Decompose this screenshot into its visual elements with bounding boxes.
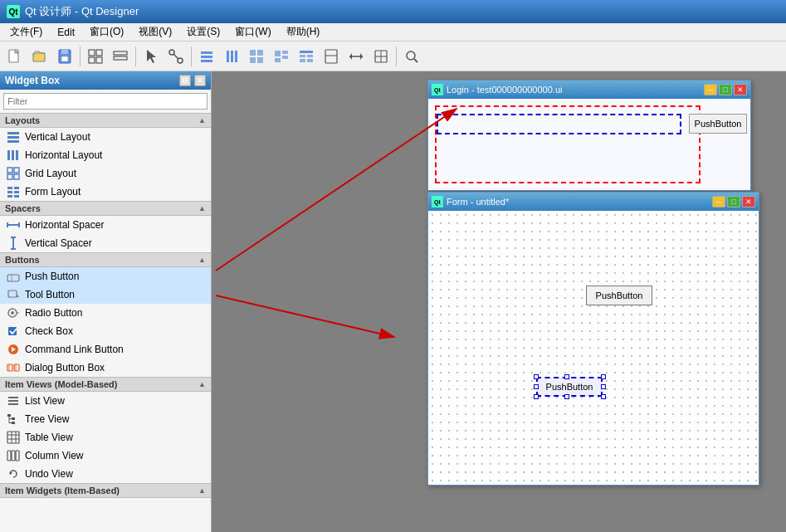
horizontal-spacer-label: Horizontal Spacer (25, 219, 104, 231)
svg-rect-11 (114, 51, 127, 55)
category-layouts[interactable]: Layouts ▲ (0, 113, 211, 128)
svg-rect-12 (114, 56, 127, 60)
category-spacers[interactable]: Spacers ▲ (0, 201, 211, 216)
form-push-button-2[interactable]: PushButton (536, 377, 603, 397)
undo-view-label: Undo View (25, 468, 73, 480)
login-selection-rect (437, 114, 681, 134)
widget-item-table-view[interactable]: Table View (0, 428, 211, 447)
form-window-maximize[interactable]: □ (727, 196, 740, 207)
menu-view[interactable]: 视图(V) (132, 23, 178, 41)
selection-handle-tr (601, 374, 606, 379)
form-window: Qt Form - untitled* ─ □ ✕ PushButton Pus… (427, 192, 759, 486)
toolbar-layout1-button[interactable] (195, 45, 218, 68)
widget-item-command-link-button[interactable]: Command Link Button (0, 340, 211, 359)
widget-item-undo-view[interactable]: Undo View (0, 465, 211, 483)
svg-rect-22 (235, 51, 237, 62)
svg-rect-28 (282, 51, 288, 54)
svg-rect-59 (14, 191, 19, 193)
menu-window[interactable]: 窗口(O) (83, 23, 130, 41)
svg-rect-97 (12, 451, 15, 461)
widget-item-horizontal-layout[interactable]: Horizontal Layout (0, 146, 211, 164)
toolbar-new-button[interactable] (3, 45, 27, 68)
login-window-minimize[interactable]: ─ (704, 84, 717, 95)
category-item-views-arrow: ▲ (198, 380, 206, 388)
form-window-minimize[interactable]: ─ (712, 196, 725, 207)
svg-rect-60 (7, 195, 12, 198)
widget-item-form-layout[interactable]: Form Layout (0, 183, 211, 201)
form-push-button-1[interactable]: PushButton (586, 286, 652, 305)
toolbar (0, 41, 786, 71)
filter-input[interactable] (3, 93, 207, 110)
toolbar-widget2-button[interactable] (109, 45, 132, 68)
toolbar-layout6-button[interactable] (320, 45, 343, 68)
widget-item-vertical-layout[interactable]: Vertical Layout (0, 128, 211, 146)
widget-item-vertical-spacer[interactable]: Vertical Spacer (0, 234, 211, 252)
menu-help[interactable]: 帮助(H) (280, 23, 327, 41)
svg-rect-47 (7, 136, 19, 139)
selection-handle-lm (534, 384, 539, 389)
svg-rect-20 (227, 51, 229, 62)
command-link-button-label: Command Link Button (25, 344, 124, 355)
svg-marker-39 (349, 53, 352, 60)
menu-windowmenu[interactable]: 窗口(W) (228, 23, 277, 41)
widget-item-check-box[interactable]: Check Box (0, 322, 211, 340)
svg-rect-91 (7, 432, 19, 443)
selection-handle-tl (534, 374, 539, 379)
widget-item-radio-button[interactable]: Radio Button (0, 304, 211, 322)
svg-point-73 (11, 311, 14, 315)
toolbar-layout3-button[interactable] (245, 45, 268, 68)
login-push-button[interactable]: PushButton (689, 114, 747, 134)
menu-file[interactable]: 文件(F) (3, 23, 49, 41)
category-item-widgets[interactable]: Item Widgets (Item-Based) ▲ (0, 483, 211, 498)
toolbar-layout5-button[interactable] (295, 45, 318, 68)
toolbar-layout7-button[interactable] (344, 45, 368, 68)
menu-bar: 文件(F) Edit 窗口(O) 视图(V) 设置(S) 窗口(W) 帮助(H) (0, 23, 786, 41)
title-bar: Qt Qt 设计师 - Qt Designer (0, 0, 786, 23)
toolbar-open-button[interactable] (28, 45, 51, 68)
svg-rect-61 (14, 195, 19, 198)
svg-rect-17 (201, 51, 212, 54)
toolbar-save-button[interactable] (53, 45, 76, 68)
form-layout-icon (7, 185, 20, 198)
category-item-views[interactable]: Item Views (Model-Based) ▲ (0, 377, 211, 392)
toolbar-widget1-button[interactable] (84, 45, 107, 68)
toolbar-cursor-button[interactable] (139, 45, 163, 68)
category-buttons-label: Buttons (5, 255, 40, 265)
radio-button-icon (7, 306, 20, 320)
login-window-maximize[interactable]: □ (719, 84, 732, 95)
svg-rect-10 (96, 57, 102, 63)
svg-rect-31 (300, 51, 313, 53)
menu-edit[interactable]: Edit (51, 25, 81, 40)
toolbar-layout4-button[interactable] (270, 45, 293, 68)
form-window-close[interactable]: ✕ (742, 196, 755, 207)
widget-item-horizontal-spacer[interactable]: Horizontal Spacer (0, 216, 211, 234)
svg-rect-33 (307, 55, 313, 57)
svg-rect-29 (282, 56, 288, 59)
widget-box-close-button[interactable]: ✕ (194, 75, 206, 86)
toolbar-layout2-button[interactable] (220, 45, 243, 68)
category-buttons[interactable]: Buttons ▲ (0, 252, 211, 267)
toolbar-layout8-button[interactable] (369, 45, 393, 68)
svg-rect-8 (96, 50, 102, 56)
svg-rect-30 (275, 58, 281, 62)
toolbar-connect-button[interactable] (164, 45, 188, 68)
widget-item-dialog-button-box[interactable]: Dialog Button Box (0, 359, 211, 377)
login-window-close[interactable]: ✕ (734, 84, 747, 95)
widget-item-grid-layout[interactable]: Grid Layout (0, 164, 211, 183)
widget-box-float-button[interactable]: ⊟ (179, 75, 191, 86)
svg-rect-19 (201, 60, 212, 62)
svg-rect-83 (8, 400, 18, 402)
widget-item-tool-button[interactable]: Tool Button (0, 286, 211, 304)
tool-button-icon (7, 288, 20, 301)
widget-item-push-button[interactable]: Push Button (0, 267, 211, 286)
toolbar-zoom-button[interactable] (400, 45, 423, 68)
widget-item-tree-view[interactable]: Tree View (0, 410, 211, 428)
widget-item-list-view[interactable]: List View (0, 392, 211, 410)
menu-settings[interactable]: 设置(S) (180, 23, 227, 41)
svg-rect-58 (7, 191, 12, 193)
svg-rect-52 (7, 168, 12, 173)
category-item-widgets-label: Item Widgets (Item-Based) (5, 486, 120, 495)
column-view-icon (7, 449, 20, 462)
widget-item-column-view[interactable]: Column View (0, 447, 211, 465)
horizontal-layout-icon (7, 149, 20, 162)
